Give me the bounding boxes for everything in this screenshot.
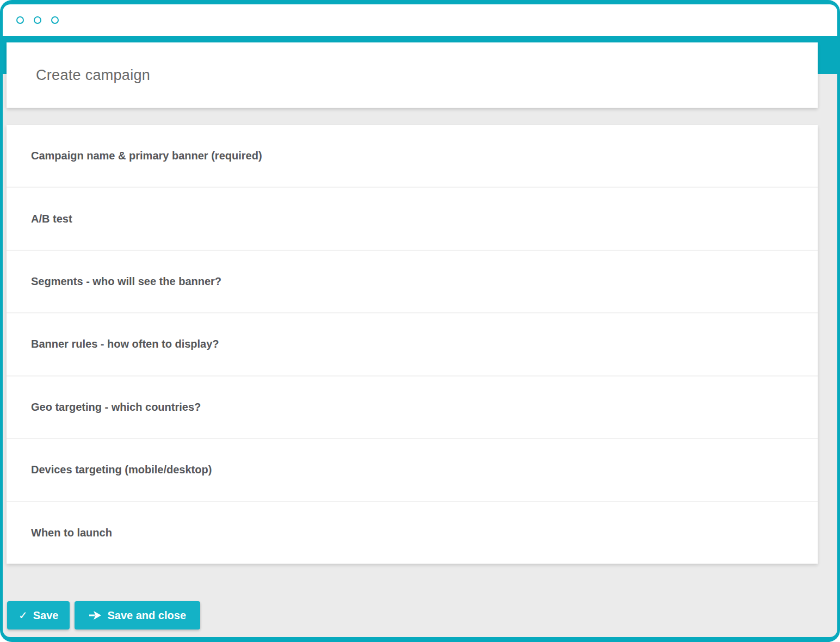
accordion-section-banner-rules[interactable]: Banner rules - how often to display? bbox=[7, 313, 818, 376]
accordion-section-geo-targeting[interactable]: Geo targeting - which countries? bbox=[7, 376, 818, 439]
footer-actions: ✓ Save Save and close bbox=[7, 601, 200, 629]
window-control-circle-icon[interactable] bbox=[16, 16, 24, 24]
arrow-right-icon bbox=[89, 610, 102, 620]
save-and-close-button-label: Save and close bbox=[107, 609, 186, 622]
accordion-section-campaign-name[interactable]: Campaign name & primary banner (required… bbox=[7, 125, 818, 188]
window-control-circle-icon[interactable] bbox=[51, 16, 59, 24]
app-window: Create campaign Campaign name & primary … bbox=[0, 0, 840, 642]
titlebar bbox=[3, 4, 837, 36]
accordion-section-label: Geo targeting - which countries? bbox=[31, 401, 201, 413]
window-inner: Create campaign Campaign name & primary … bbox=[3, 4, 837, 637]
save-button-label: Save bbox=[33, 609, 59, 622]
accordion-section-when-to-launch[interactable]: When to launch bbox=[7, 502, 818, 564]
check-icon: ✓ bbox=[18, 610, 28, 621]
page-title: Create campaign bbox=[36, 67, 150, 84]
accordion-section-segments[interactable]: Segments - who will see the banner? bbox=[7, 251, 818, 313]
header-card: Create campaign bbox=[7, 42, 818, 108]
accordion-section-label: When to launch bbox=[31, 527, 112, 539]
save-button[interactable]: ✓ Save bbox=[7, 601, 70, 629]
window-control-circle-icon[interactable] bbox=[34, 16, 41, 24]
accordion-section-label: Banner rules - how often to display? bbox=[31, 338, 219, 350]
accordion-section-devices-targeting[interactable]: Devices targeting (mobile/desktop) bbox=[7, 439, 818, 502]
accordion-section-label: Campaign name & primary banner (required… bbox=[31, 150, 262, 162]
accordion-card: Campaign name & primary banner (required… bbox=[7, 125, 818, 564]
accordion-section-label: Devices targeting (mobile/desktop) bbox=[31, 464, 212, 476]
save-and-close-button[interactable]: Save and close bbox=[75, 601, 200, 629]
accordion-section-label: A/B test bbox=[31, 213, 72, 225]
accordion-section-ab-test[interactable]: A/B test bbox=[7, 188, 818, 250]
accordion-section-label: Segments - who will see the banner? bbox=[31, 275, 221, 288]
